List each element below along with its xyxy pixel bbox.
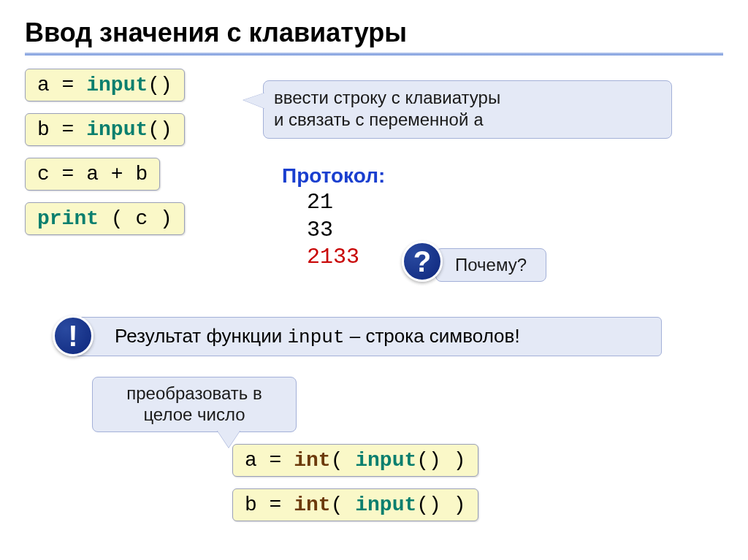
callout-text: Почему? [455,255,527,275]
page-title: Ввод значения с клавиатуры [25,18,723,48]
code-line-2: b = input() [25,113,185,146]
code-line-1: a = input() [25,69,185,101]
info-text: – строка символов! [344,325,519,347]
code-line-6: b = int( input() ) [232,488,478,521]
title-underline [25,53,723,55]
protocol-result: 2133 [307,244,385,272]
question-mark-icon: ? [413,245,431,278]
code-line-4: print ( c ) [25,202,185,235]
callout-input-description: ввести строку с клавиатуры и связать с п… [263,80,672,139]
info-text: Результат функции [115,325,287,347]
protocol-value: 21 [307,189,385,217]
exclaim-badge: ! [53,315,94,356]
info-bar-result: Результат функции input – строка символо… [70,317,662,356]
callout-var: a [473,111,484,131]
callout-text: ввести строку с клавиатуры [274,88,500,107]
protocol-label: Протокол: [282,164,385,188]
exclamation-icon: ! [68,320,77,353]
callout-text: целое число [143,404,245,424]
code-line-5: a = int( input() ) [232,444,478,477]
callout-text: и связать с переменной [274,110,473,129]
callout-text: преобразовать в [126,383,262,403]
callout-why: Почему? [435,248,546,282]
protocol-value: 33 [307,217,385,245]
question-badge: ? [402,241,443,282]
protocol-block: Протокол: 21 33 2133 [282,164,385,272]
callout-convert: преобразовать в целое число [92,377,297,432]
code-line-3: c = a + b [25,158,160,191]
info-fn: input [287,326,344,348]
